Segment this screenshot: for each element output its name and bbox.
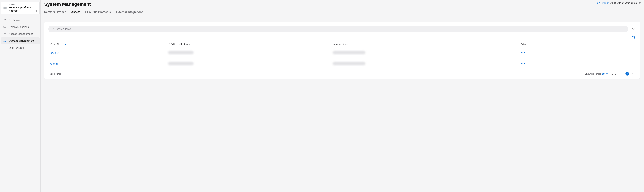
tabs: Network Devices Assets SEA Plus Protocol… <box>40 7 644 16</box>
page-size-value: 10 <box>602 72 604 75</box>
redacted-value <box>332 51 366 54</box>
record-range: 1 - 2 <box>612 72 616 75</box>
sort-asc-icon: ▲ <box>65 43 66 45</box>
col-actions: Actions <box>518 41 636 47</box>
row-actions-button[interactable]: ••• <box>520 62 526 66</box>
chevron-right-icon <box>36 10 38 12</box>
monitor-icon <box>3 25 6 29</box>
assets-table: Asset Name ▲ IP Address/Host Name Networ… <box>48 41 636 69</box>
gear-icon <box>632 36 635 39</box>
chevron-down-icon <box>606 72 608 75</box>
pager-current-page[interactable]: 1 <box>625 72 629 76</box>
sidebar-item-dashboard[interactable]: Dashboard <box>1 17 40 23</box>
refresh-block: Refresh As of: Jun 14 2024 10:21 PM <box>597 1 641 4</box>
primary-nav: Dashboard Remote Sessions Access Managem… <box>0 16 40 52</box>
tab-network-devices[interactable]: Network Devices <box>44 10 66 16</box>
sidebar-item-label: Remote Sessions <box>9 25 29 28</box>
svg-point-7 <box>633 37 634 38</box>
tab-assets[interactable]: Assets <box>71 10 80 16</box>
search-icon <box>51 27 54 30</box>
home-icon <box>3 18 6 22</box>
pager-prev-button[interactable] <box>620 72 624 75</box>
service-kicker: Service <box>8 3 38 6</box>
service-selector[interactable]: Service Secure Equipment Access <box>1 2 40 14</box>
main: System Management Refresh As of: Jun 14 … <box>40 0 644 192</box>
service-name: Secure Equipment Access <box>8 6 38 12</box>
table-footer: 2 Records Show Records: 10 1 - 2 1 <box>48 69 636 77</box>
tab-sea-plus-protocols[interactable]: SEA Plus Protocols <box>85 10 111 16</box>
redacted-value <box>168 51 194 54</box>
search-input[interactable] <box>56 27 625 30</box>
tab-external-integrations[interactable]: External Integrations <box>116 10 143 16</box>
assets-panel: Asset Name ▲ IP Address/Host Name Networ… <box>44 22 640 79</box>
table-row: docs-01 ••• <box>48 47 636 58</box>
sidebar-item-remote-sessions[interactable]: Remote Sessions <box>1 23 40 30</box>
pager-next-button[interactable] <box>631 72 634 75</box>
sidebar-item-quick-wizard[interactable]: Quick Wizard <box>1 44 40 51</box>
col-network-device[interactable]: Network Device <box>330 41 518 47</box>
show-records-label: Show Records: <box>585 72 601 75</box>
refresh-button[interactable]: Refresh <box>597 1 609 4</box>
svg-point-6 <box>52 28 53 30</box>
asof-label: As of: Jun 14 2024 10:21 PM <box>610 1 641 4</box>
page-size-selector[interactable]: Show Records: 10 <box>585 72 608 75</box>
search-row <box>48 25 636 32</box>
pager: 1 <box>620 72 634 76</box>
topology-icon <box>3 39 6 42</box>
topbar: System Management Refresh As of: Jun 14 … <box>40 0 644 7</box>
col-ip-host[interactable]: IP Address/Host Name <box>166 41 330 47</box>
redacted-value <box>168 62 194 65</box>
sidebar-item-label: Access Management <box>9 32 33 35</box>
refresh-icon <box>597 2 600 4</box>
sidebar-item-label: System Management <box>9 39 34 42</box>
sidebar-item-access-management[interactable]: Access Management <box>1 30 40 37</box>
lock-icon <box>3 32 6 36</box>
sidebar-item-label: Quick Wizard <box>9 46 24 49</box>
wizard-icon <box>3 46 6 49</box>
col-asset-name[interactable]: Asset Name ▲ <box>48 41 166 47</box>
sidebar-item-system-management[interactable]: System Management <box>1 37 40 44</box>
svg-point-3 <box>5 40 5 40</box>
filter-icon <box>632 27 635 31</box>
svg-point-5 <box>5 48 5 48</box>
search-box[interactable] <box>48 25 628 32</box>
refresh-label: Refresh <box>600 1 609 4</box>
table-row: test-01 ••• <box>48 58 636 69</box>
svg-rect-0 <box>4 26 6 27</box>
asset-link[interactable]: docs-01 <box>50 51 60 54</box>
table-settings-button[interactable] <box>631 35 636 40</box>
svg-point-4 <box>6 41 6 42</box>
asset-link[interactable]: test-01 <box>50 62 58 65</box>
page-title: System Management <box>44 1 91 7</box>
sidebar: Service Secure Equipment Access Dashboar… <box>0 0 40 192</box>
table-settings-row <box>48 35 636 40</box>
svg-rect-1 <box>4 34 6 35</box>
sidebar-item-label: Dashboard <box>9 19 21 21</box>
svg-point-2 <box>4 41 4 42</box>
service-logo-icon <box>3 6 7 10</box>
records-count: 2 Records <box>50 72 61 75</box>
filter-button[interactable] <box>631 26 636 31</box>
row-actions-button[interactable]: ••• <box>520 51 526 55</box>
redacted-value <box>332 62 366 65</box>
